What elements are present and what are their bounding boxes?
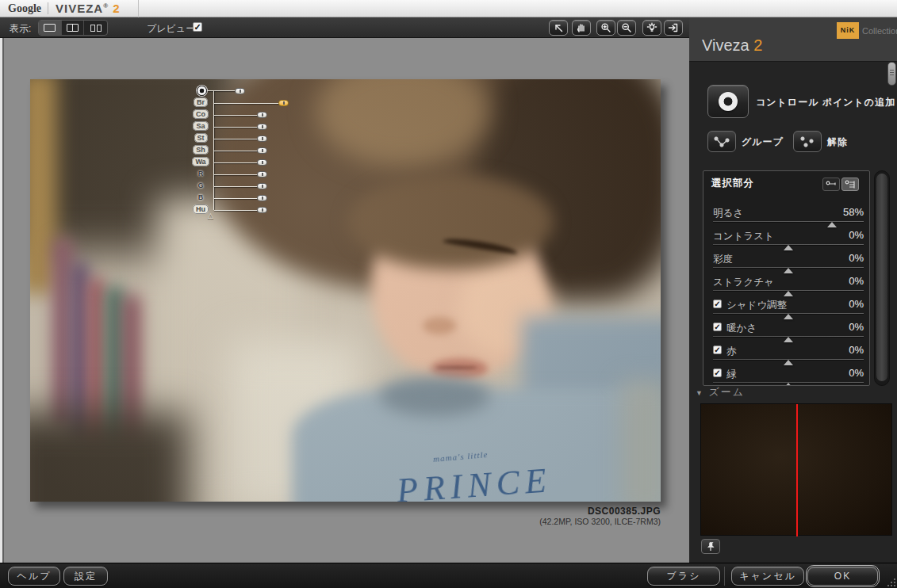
control-point-size-handle[interactable] xyxy=(235,88,245,94)
compare-tool-button[interactable] xyxy=(642,20,661,36)
slider-checkbox[interactable]: ✓ xyxy=(713,323,722,331)
file-caption: DSC00385.JPG (42.2MP, ISO 3200, ILCE-7RM… xyxy=(539,506,661,526)
slider-label: ✓緑 xyxy=(713,368,737,381)
brand-bar: Google VIVEZA® 2 xyxy=(0,0,897,17)
expanded-slider-view-button[interactable] xyxy=(841,178,859,191)
select-tool-button[interactable] xyxy=(549,20,568,36)
control-point-row-line xyxy=(214,198,258,199)
ok-button[interactable]: OK xyxy=(807,567,878,586)
zoom-section-header[interactable]: ▼ ズーム xyxy=(696,385,745,399)
slider-checkbox[interactable]: ✓ xyxy=(713,368,722,377)
group-icon xyxy=(713,136,730,148)
settings-button[interactable]: 設定 xyxy=(63,567,108,586)
collapse-triangle-icon[interactable]: △ xyxy=(208,212,213,220)
control-point-row-handle[interactable] xyxy=(257,147,267,154)
slider-thumb[interactable] xyxy=(784,314,793,319)
zoom-in-button[interactable] xyxy=(596,20,615,36)
single-slider-view-icon xyxy=(825,180,838,189)
preview-label: プレビュー: xyxy=(147,22,197,36)
control-point-row-handle[interactable] xyxy=(278,100,289,106)
control-point-anchor[interactable] xyxy=(197,86,207,96)
control-point-row-handle[interactable] xyxy=(257,207,267,213)
file-info: (42.2MP, ISO 3200, ILCE-7RM3) xyxy=(539,517,661,526)
control-point-row-handle[interactable] xyxy=(257,159,267,166)
slider-track[interactable] xyxy=(713,382,864,383)
brand-divider xyxy=(48,2,48,14)
slider-thumb[interactable] xyxy=(827,222,837,227)
fit-to-screen-icon xyxy=(668,22,679,33)
slider-thumb[interactable] xyxy=(784,360,793,365)
ungroup-button[interactable] xyxy=(793,131,822,152)
select-arrow-icon xyxy=(553,22,564,33)
brush-button[interactable]: ブラシ xyxy=(647,567,720,586)
slider-track[interactable] xyxy=(713,336,864,337)
slider-track[interactable] xyxy=(713,313,864,314)
help-button[interactable]: ヘルプ xyxy=(8,567,60,586)
control-point-row-handle[interactable] xyxy=(257,136,267,142)
control-point-slider-row: St xyxy=(30,133,316,145)
control-point-row-handle[interactable] xyxy=(257,124,267,130)
slider-row: 彩度0% xyxy=(703,252,869,275)
slider-thumb[interactable] xyxy=(784,268,793,273)
pan-tool-button[interactable] xyxy=(572,20,591,36)
filename: DSC00385.JPG xyxy=(539,506,661,517)
adjustments-panel: Viveza 2 NiK Collection コントロール ポイントの追加 グ… xyxy=(689,17,897,563)
control-point-row-line xyxy=(214,186,258,187)
control-point-row-handle[interactable] xyxy=(257,171,267,178)
slider-track[interactable] xyxy=(713,267,864,268)
zoom-out-button[interactable] xyxy=(617,20,636,36)
slider-checkbox[interactable]: ✓ xyxy=(713,346,722,354)
sliders-scrollbar-thumb[interactable] xyxy=(876,173,888,382)
preview-checkbox[interactable]: ✓ xyxy=(193,22,202,32)
control-point-row-handle[interactable] xyxy=(257,195,267,201)
slider-track[interactable] xyxy=(713,221,864,222)
slider-row: ✓シャドウ調整0% xyxy=(703,298,869,321)
control-point-slider-row: Hu xyxy=(30,204,316,216)
zoom-out-icon xyxy=(621,22,632,33)
sliders-scrollbar[interactable] xyxy=(874,170,890,386)
slider-thumb[interactable] xyxy=(784,383,793,386)
view-mode-group xyxy=(38,20,108,36)
group-button[interactable] xyxy=(707,131,736,152)
editor-left-column: 表示: プレビュー: ✓ xyxy=(0,17,689,563)
fit-view-button[interactable] xyxy=(664,20,683,36)
control-point-slider-row: Sa xyxy=(30,121,316,133)
slider-value: 0% xyxy=(849,252,864,264)
control-point-row-handle[interactable] xyxy=(257,183,267,189)
control-point-row-handle[interactable] xyxy=(257,112,267,118)
control-point-row-label: Sh xyxy=(190,146,212,154)
ungroup-icon xyxy=(799,136,816,148)
slider-thumb[interactable] xyxy=(784,337,793,342)
lightbulb-compare-icon xyxy=(646,22,657,33)
control-point-row-line xyxy=(214,174,258,175)
slider-value: 0% xyxy=(849,275,864,287)
nik-logo: NiK xyxy=(837,22,859,39)
single-view-button[interactable] xyxy=(39,21,62,35)
single-slider-view-button[interactable] xyxy=(822,178,840,191)
slider-thumb[interactable] xyxy=(784,291,793,296)
pin-button[interactable] xyxy=(701,539,720,554)
slider-row: ✓暖かさ0% xyxy=(703,321,869,344)
image-canvas[interactable]: mama's little PRINCE BrCoSaStShWaRGBHu △… xyxy=(0,38,689,563)
panel-scrollbar-thumb[interactable] xyxy=(887,62,896,86)
slider-checkbox[interactable]: ✓ xyxy=(713,300,722,308)
shirt-text-small: mama's little xyxy=(433,449,489,464)
slider-track[interactable] xyxy=(713,244,864,245)
zoom-split-line[interactable] xyxy=(796,404,798,536)
control-point-row-line xyxy=(214,103,279,104)
photo[interactable]: mama's little PRINCE BrCoSaStShWaRGBHu △ xyxy=(30,79,661,502)
side-by-side-button[interactable] xyxy=(84,21,107,35)
control-point-row-line xyxy=(214,127,258,128)
slider-value: 58% xyxy=(843,206,864,218)
slider-thumb[interactable] xyxy=(784,245,793,250)
control-point-row-label: St xyxy=(190,134,212,142)
zoom-navigator-thumbnail[interactable] xyxy=(700,403,892,536)
cancel-button[interactable]: キャンセル xyxy=(731,567,804,586)
control-point-row-line xyxy=(214,151,258,151)
slider-track[interactable] xyxy=(713,359,864,360)
slider-label: 彩度 xyxy=(713,253,733,266)
add-control-point-button[interactable] xyxy=(707,85,749,118)
slider-track[interactable] xyxy=(713,290,864,291)
nik-collection-label: Collection xyxy=(862,26,897,36)
split-preview-button[interactable] xyxy=(62,21,85,35)
